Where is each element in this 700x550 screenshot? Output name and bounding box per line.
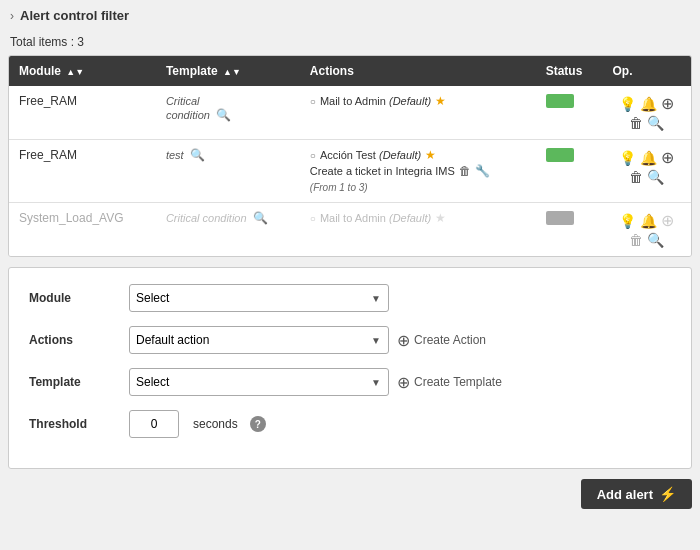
row2-status [536, 140, 603, 203]
bulb-icon[interactable]: 💡 [619, 150, 636, 166]
row3-module: System_Load_AVG [9, 203, 156, 257]
alert-table-wrap: Module ▲▼ Template ▲▼ Actions Status Op.… [8, 55, 692, 257]
row3-template-search-icon[interactable]: 🔍 [253, 211, 268, 225]
bulb-icon[interactable]: 💡 [619, 96, 636, 112]
row3-status [536, 203, 603, 257]
search-icon[interactable]: 🔍 [647, 232, 664, 248]
template-sort-icon[interactable]: ▲▼ [223, 67, 241, 77]
col-actions: Actions [300, 56, 536, 86]
actions-select-wrapper: Default action ▼ [129, 326, 389, 354]
row3-ops: 💡 🔔 ⊕ 🗑 🔍 [602, 203, 691, 257]
table-row: System_Load_AVG Critical condition 🔍 ○ M… [9, 203, 691, 257]
bulb-icon[interactable]: 💡 [619, 213, 636, 229]
edit-inline-icon[interactable]: 🔧 [475, 164, 490, 178]
module-control-wrap: Select ▼ [129, 284, 389, 312]
bullet-icon: ○ [310, 150, 316, 161]
delete-icon[interactable]: 🗑 [629, 169, 643, 185]
create-template-button[interactable]: ⊕ Create Template [397, 373, 502, 392]
row1-template: Criticalcondition 🔍 [156, 86, 300, 140]
create-action-button[interactable]: ⊕ Create Action [397, 331, 486, 350]
col-op: Op. [602, 56, 691, 86]
status-badge-green [546, 94, 574, 108]
status-badge-gray [546, 211, 574, 225]
search-icon[interactable]: 🔍 [647, 169, 664, 185]
table-header-row: Module ▲▼ Template ▲▼ Actions Status Op. [9, 56, 691, 86]
row3-actions: ○ Mail to Admin (Default) ★ [300, 203, 536, 257]
row2-actions: ○ Acción Test (Default) ★ Create a ticke… [300, 140, 536, 203]
row1-template-search-icon[interactable]: 🔍 [216, 108, 231, 122]
bell-icon[interactable]: 🔔 [640, 213, 657, 229]
template-label: Template [29, 375, 129, 389]
delete-icon[interactable]: 🗑 [629, 115, 643, 131]
template-select[interactable]: Select [129, 368, 389, 396]
bullet-icon: ○ [310, 96, 316, 107]
template-select-wrapper: Select ▼ [129, 368, 389, 396]
star-icon: ★ [435, 211, 446, 225]
threshold-input[interactable] [129, 410, 179, 438]
row2-ops: 💡 🔔 ⊕ 🗑 🔍 [602, 140, 691, 203]
module-select[interactable]: Select [129, 284, 389, 312]
row1-module: Free_RAM [9, 86, 156, 140]
lightning-icon: ⚡ [659, 486, 676, 502]
module-label: Module [29, 291, 129, 305]
row2-module: Free_RAM [9, 140, 156, 203]
row2-template: test 🔍 [156, 140, 300, 203]
seconds-label: seconds [193, 417, 238, 431]
row2-template-search-icon[interactable]: 🔍 [190, 148, 205, 162]
delete-icon[interactable]: 🗑 [629, 232, 643, 248]
module-row: Module Select ▼ [29, 284, 671, 312]
template-control-wrap: Select ▼ ⊕ Create Template [129, 368, 502, 396]
help-icon[interactable]: ? [250, 416, 266, 432]
bell-icon[interactable]: 🔔 [640, 150, 657, 166]
module-sort-icon[interactable]: ▲▼ [66, 67, 84, 77]
actions-row: Actions Default action ▼ ⊕ Create Action [29, 326, 671, 354]
row1-actions: ○ Mail to Admin (Default) ★ [300, 86, 536, 140]
total-items-label: Total items : 3 [0, 31, 700, 55]
col-status: Status [536, 56, 603, 86]
plus-circle-icon: ⊕ [397, 373, 410, 392]
status-badge-green [546, 148, 574, 162]
threshold-row: Threshold seconds ? [29, 410, 671, 438]
actions-select[interactable]: Default action [129, 326, 389, 354]
add-icon[interactable]: ⊕ [661, 94, 674, 113]
delete-inline-icon[interactable]: 🗑 [459, 164, 471, 178]
row1-ops: 💡 🔔 ⊕ 🗑 🔍 [602, 86, 691, 140]
add-icon[interactable]: ⊕ [661, 211, 674, 230]
col-module: Module ▲▼ [9, 56, 156, 86]
actions-control-wrap: Default action ▼ ⊕ Create Action [129, 326, 486, 354]
bullet-icon: ○ [310, 213, 316, 224]
star-icon: ★ [435, 94, 446, 108]
threshold-label: Threshold [29, 417, 129, 431]
star-icon: ★ [425, 148, 436, 162]
add-alert-button[interactable]: Add alert ⚡ [581, 479, 692, 509]
row1-status [536, 86, 603, 140]
module-select-wrapper: Select ▼ [129, 284, 389, 312]
add-alert-wrap: Add alert ⚡ [8, 479, 692, 509]
table-row: Free_RAM Criticalcondition 🔍 ○ Mail to A… [9, 86, 691, 140]
threshold-control-wrap: seconds ? [129, 410, 266, 438]
page-title: Alert control filter [20, 8, 129, 23]
row3-template: Critical condition 🔍 [156, 203, 300, 257]
plus-circle-icon: ⊕ [397, 331, 410, 350]
search-icon[interactable]: 🔍 [647, 115, 664, 131]
breadcrumb-chevron: › [10, 9, 14, 23]
bell-icon[interactable]: 🔔 [640, 96, 657, 112]
template-row: Template Select ▼ ⊕ Create Template [29, 368, 671, 396]
alert-table: Module ▲▼ Template ▲▼ Actions Status Op.… [9, 56, 691, 256]
page-header: › Alert control filter [0, 0, 700, 31]
alert-form: Module Select ▼ Actions Default action ▼… [8, 267, 692, 469]
table-row: Free_RAM test 🔍 ○ Acción Test (Default) … [9, 140, 691, 203]
actions-label: Actions [29, 333, 129, 347]
col-template: Template ▲▼ [156, 56, 300, 86]
add-icon[interactable]: ⊕ [661, 148, 674, 167]
